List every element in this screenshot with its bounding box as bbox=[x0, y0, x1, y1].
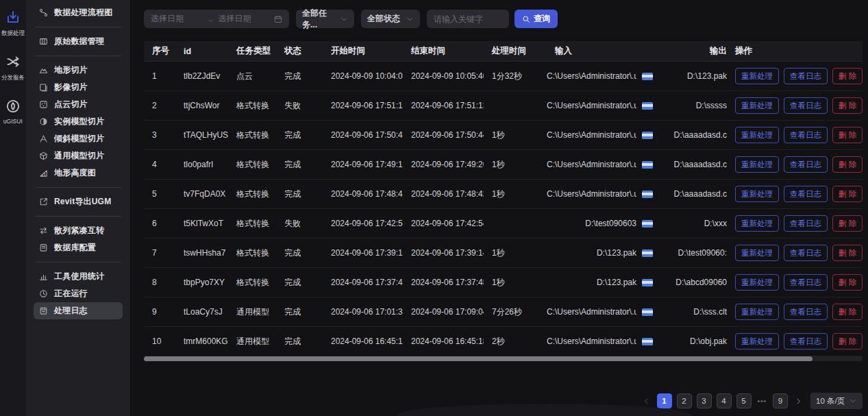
query-button[interactable]: 查询 bbox=[514, 10, 558, 28]
delete-button[interactable]: 删 除 bbox=[832, 97, 863, 114]
delete-button[interactable]: 删 除 bbox=[832, 215, 863, 232]
cell-index: 2 bbox=[144, 101, 175, 110]
page-size-label: 10 条/页 bbox=[816, 396, 845, 406]
status-select[interactable]: 全部状态 bbox=[361, 10, 420, 28]
cell-task-type: 格式转换 bbox=[228, 218, 276, 230]
folder-icon[interactable] bbox=[642, 220, 653, 228]
folder-icon[interactable] bbox=[642, 249, 653, 257]
cell-id: ttjChsWor bbox=[175, 101, 228, 110]
rail-item-ugisui[interactable]: uGISUI bbox=[0, 99, 26, 125]
folder-icon[interactable] bbox=[642, 308, 653, 316]
delete-button[interactable]: 删 除 bbox=[832, 333, 863, 350]
cell-index: 3 bbox=[144, 130, 175, 140]
sidebar-item-image-slice[interactable]: 影像切片 bbox=[34, 79, 123, 96]
reprocess-button[interactable]: 重新处理 bbox=[735, 215, 779, 232]
rail-item-distribute-service[interactable]: 分发服务 bbox=[0, 54, 26, 82]
view-log-button[interactable]: 查看日志 bbox=[784, 186, 828, 202]
reprocess-button[interactable]: 重新处理 bbox=[735, 333, 779, 350]
reprocess-button[interactable]: 重新处理 bbox=[735, 304, 779, 320]
page-button-5[interactable]: 5 bbox=[736, 393, 752, 408]
keyword-input[interactable] bbox=[427, 10, 509, 28]
folder-icon[interactable] bbox=[642, 132, 653, 139]
sidebar-item-process-log[interactable]: 处理日志 bbox=[34, 302, 123, 319]
task-type-select[interactable]: 全部任务... bbox=[296, 10, 354, 28]
folder-icon[interactable] bbox=[642, 191, 653, 198]
folder-icon[interactable] bbox=[642, 102, 653, 110]
image-slice-icon bbox=[39, 83, 48, 92]
reprocess-button[interactable]: 重新处理 bbox=[735, 274, 779, 291]
view-log-button[interactable]: 查看日志 bbox=[784, 304, 828, 320]
folder-icon[interactable] bbox=[642, 338, 653, 345]
page-size-select[interactable]: 10 条/页 bbox=[810, 393, 863, 409]
page-button-9[interactable]: 9 bbox=[773, 393, 788, 408]
rail-item-data-process[interactable]: 数据处理 bbox=[0, 10, 26, 38]
folder-icon[interactable] bbox=[642, 279, 653, 286]
cell-actions: 重新处理查看日志删 除 bbox=[730, 186, 863, 202]
column-header: 处理时间 bbox=[484, 45, 547, 57]
delete-button[interactable]: 删 除 bbox=[832, 304, 863, 320]
view-log-button[interactable]: 查看日志 bbox=[784, 97, 828, 114]
horizontal-scrollbar-thumb[interactable] bbox=[144, 356, 813, 361]
page-button-4[interactable]: 4 bbox=[717, 393, 732, 408]
cell-id: t5KlTwXoT bbox=[175, 219, 228, 228]
log-icon bbox=[39, 306, 48, 315]
sidebar-item-raw-data[interactable]: 原始数据管理 bbox=[34, 33, 123, 50]
folder-icon[interactable] bbox=[642, 161, 653, 169]
column-header: 操作 bbox=[730, 45, 863, 57]
view-log-button[interactable]: 查看日志 bbox=[784, 333, 828, 350]
cell-actions: 重新处理查看日志删 除 bbox=[730, 97, 863, 114]
cell-duration: 1秒 bbox=[484, 159, 547, 171]
delete-button[interactable]: 删 除 bbox=[832, 245, 863, 261]
instance-model-icon bbox=[39, 117, 48, 126]
cell-duration: 1秒 bbox=[484, 188, 547, 200]
sidebar-item-revit-export-ugm[interactable]: Revit导出UGM bbox=[34, 193, 123, 210]
sidebar-item-pointcloud-slice[interactable]: 点云切片 bbox=[34, 96, 123, 113]
column-header: 输出 bbox=[654, 45, 730, 57]
page-button-1[interactable]: 1 bbox=[657, 393, 672, 408]
sidebar-item-flow-chart[interactable]: 数据处理流程图 bbox=[34, 4, 123, 21]
view-log-button[interactable]: 查看日志 bbox=[784, 156, 828, 173]
view-log-button[interactable]: 查看日志 bbox=[784, 68, 828, 84]
sidebar-item-generic-model-slice[interactable]: 通用模型切片 bbox=[34, 147, 123, 164]
delete-button[interactable]: 删 除 bbox=[832, 156, 863, 173]
reprocess-button[interactable]: 重新处理 bbox=[735, 245, 779, 261]
sidebar-item-terrain-slice[interactable]: 地形切片 bbox=[34, 62, 123, 79]
date-range-picker[interactable]: 选择日期 → 选择日期 bbox=[144, 10, 289, 28]
cell-folder bbox=[636, 338, 654, 345]
cell-folder bbox=[636, 73, 654, 80]
cell-end-time: 2024-09-06 17:39:14 bbox=[403, 248, 484, 258]
reprocess-button[interactable]: 重新处理 bbox=[735, 156, 779, 173]
delete-button[interactable]: 删 除 bbox=[832, 274, 863, 291]
sidebar-item-oblique-model-slice[interactable]: 倾斜模型切片 bbox=[34, 130, 123, 147]
sidebar-item-instance-model-slice[interactable]: 实例模型切片 bbox=[34, 113, 123, 130]
view-log-button[interactable]: 查看日志 bbox=[784, 127, 828, 143]
page-button-2[interactable]: 2 bbox=[677, 393, 692, 408]
reprocess-button[interactable]: 重新处理 bbox=[735, 186, 779, 202]
table-row: 10tmrM600KG通用模型完成2024-09-06 16:45:162024… bbox=[144, 327, 863, 356]
sidebar-item-hash-compact-convert[interactable]: 散列紧凑互转 bbox=[34, 222, 123, 239]
sidebar-item-database-config[interactable]: 数据库配置 bbox=[34, 239, 123, 256]
prev-page-button[interactable] bbox=[641, 397, 652, 405]
rail-item-label: uGISUI bbox=[3, 118, 23, 125]
view-log-button[interactable]: 查看日志 bbox=[784, 215, 828, 232]
rail-item-label: 数据处理 bbox=[1, 29, 25, 37]
sidebar-item-running-tasks[interactable]: 正在运行 bbox=[34, 285, 123, 302]
search-icon bbox=[522, 15, 530, 23]
folder-icon[interactable] bbox=[642, 73, 653, 80]
view-log-button[interactable]: 查看日志 bbox=[784, 274, 828, 291]
delete-button[interactable]: 删 除 bbox=[832, 127, 863, 143]
view-log-button[interactable]: 查看日志 bbox=[784, 245, 828, 261]
sidebar-item-terrain-heightmap[interactable]: 地形高度图 bbox=[34, 164, 123, 182]
delete-button[interactable]: 删 除 bbox=[832, 68, 863, 84]
reprocess-button[interactable]: 重新处理 bbox=[735, 68, 779, 84]
next-page-button[interactable] bbox=[793, 397, 804, 405]
cell-status: 完成 bbox=[276, 247, 323, 259]
page-ellipsis[interactable]: ••• bbox=[756, 397, 769, 405]
cell-input-path: C:\Users\Administrator\.u... bbox=[547, 189, 636, 199]
delete-button[interactable]: 删 除 bbox=[832, 186, 863, 202]
page-button-3[interactable]: 3 bbox=[697, 393, 712, 408]
reprocess-button[interactable]: 重新处理 bbox=[735, 97, 779, 114]
column-header: 状态 bbox=[276, 45, 323, 57]
sidebar-item-tool-usage-stats[interactable]: 工具使用统计 bbox=[34, 268, 123, 285]
reprocess-button[interactable]: 重新处理 bbox=[735, 127, 779, 143]
